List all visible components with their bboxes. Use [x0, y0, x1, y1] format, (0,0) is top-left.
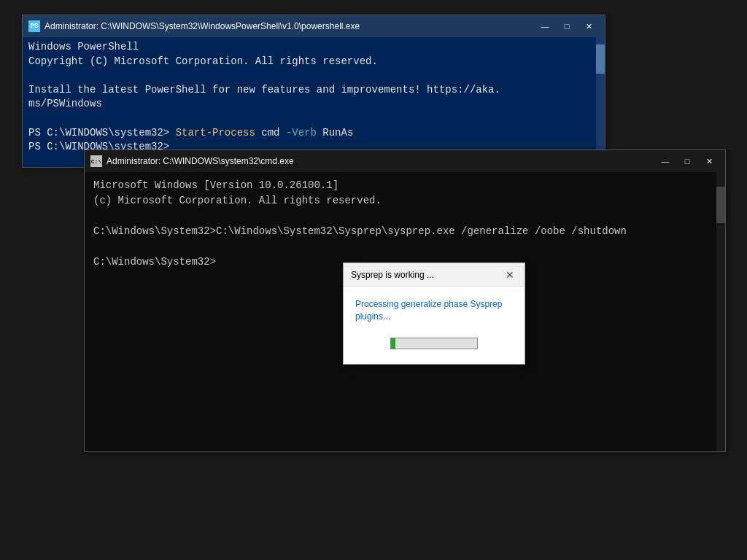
cmd-maximize-btn[interactable]: □: [677, 154, 697, 168]
sysprep-body: Processing generalize phase Sysprep plug…: [344, 287, 525, 364]
cmd-title: Administrator: C:\WINDOWS\system32\cmd.e…: [107, 156, 655, 166]
cmd-scrollbar-thumb[interactable]: [716, 187, 725, 223]
sysprep-progress-bar: [390, 338, 478, 349]
ps-line-5: ms/PSWindows: [28, 97, 589, 112]
sysprep-dialog-title: Sysprep is working ...: [351, 270, 503, 280]
cmd-titlebar: C:\ Administrator: C:\WINDOWS\system32\c…: [85, 150, 725, 172]
cmd-window-controls: — □ ✕: [655, 154, 719, 168]
powershell-maximize-btn[interactable]: □: [557, 19, 577, 34]
ps-line-3: [28, 69, 589, 83]
powershell-window[interactable]: PS Administrator: C:\WINDOWS\System32\Wi…: [22, 15, 605, 168]
cmd-line-5: [93, 239, 706, 254]
ps-line-6: [28, 112, 589, 126]
ps-line-4: Install the latest PowerShell for new fe…: [28, 83, 589, 98]
cmd-close-btn[interactable]: ✕: [699, 154, 719, 168]
cmd-line-4: C:\Windows\System32>C:\Windows\System32\…: [93, 224, 706, 239]
powershell-body[interactable]: Windows PowerShell Copyright (C) Microso…: [23, 37, 605, 167]
sysprep-close-btn[interactable]: ✕: [503, 268, 517, 282]
cmd-content: Microsoft Windows [Version 10.0.26100.1]…: [93, 178, 716, 270]
cmd-line-3: [93, 209, 706, 224]
powershell-close-btn[interactable]: ✕: [578, 19, 599, 34]
cmd-minimize-btn[interactable]: —: [655, 154, 676, 168]
powershell-window-controls: — □ ✕: [535, 19, 599, 34]
sysprep-message: Processing generalize phase Sysprep plug…: [355, 298, 513, 323]
powershell-scrollbar-thumb[interactable]: [596, 44, 605, 74]
cmd-line-2: (c) Microsoft Corporation. All rights re…: [93, 193, 706, 209]
cmd-scrollbar[interactable]: [716, 172, 725, 451]
cmd-line-1: Microsoft Windows [Version 10.0.26100.1]: [93, 178, 706, 193]
sysprep-titlebar: Sysprep is working ... ✕: [344, 263, 525, 287]
powershell-content: Windows PowerShell Copyright (C) Microso…: [28, 40, 599, 155]
powershell-icon: PS: [28, 20, 40, 32]
ps-line-2: Copyright (C) Microsoft Corporation. All…: [28, 55, 589, 69]
powershell-scrollbar[interactable]: [596, 37, 605, 167]
powershell-title: Administrator: C:\WINDOWS\System32\Windo…: [44, 21, 535, 31]
ps-line-7: PS C:\WINDOWS\system32> Start-Process cm…: [28, 126, 589, 141]
sysprep-progress-fill: [391, 338, 395, 349]
sysprep-progress-container: [355, 338, 513, 349]
sysprep-dialog[interactable]: Sysprep is working ... ✕ Processing gene…: [343, 262, 525, 365]
cmd-icon: C:\: [90, 155, 102, 167]
ps-line-1: Windows PowerShell: [28, 40, 589, 55]
powershell-minimize-btn[interactable]: —: [535, 19, 555, 34]
powershell-titlebar: PS Administrator: C:\WINDOWS\System32\Wi…: [23, 15, 605, 37]
